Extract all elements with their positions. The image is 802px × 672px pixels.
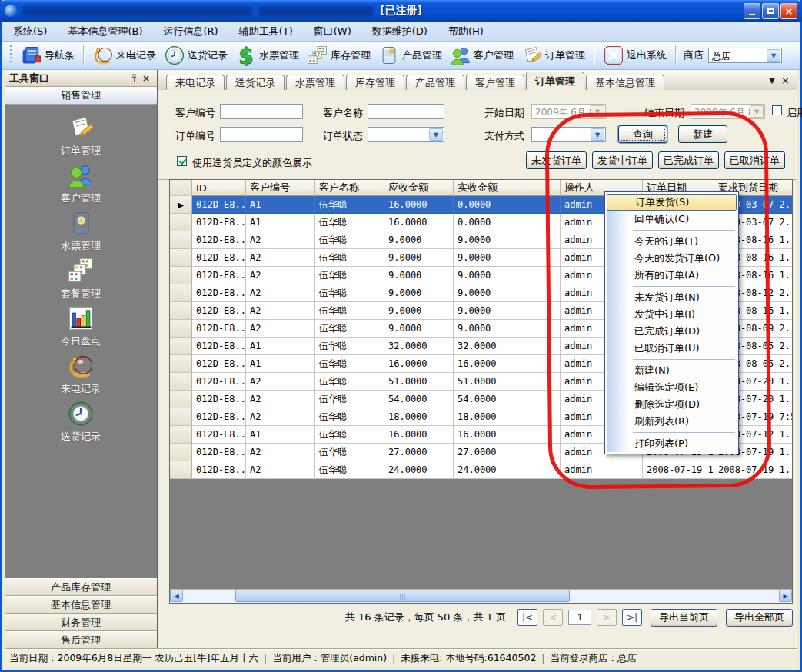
row-selector[interactable] <box>170 338 192 355</box>
toolbar-button-navigation-book[interactable]: 导航条 <box>17 43 78 68</box>
sidebar-group-sales[interactable]: 销售管理 <box>5 87 157 105</box>
toolbar-button-exit[interactable]: 退出系统 <box>599 43 671 68</box>
context-menu-item-17[interactable]: 打印列表(P) <box>607 435 737 452</box>
sidebar-item-6[interactable]: 送货记录 <box>5 400 157 447</box>
menubar-item-6[interactable]: 帮助(H) <box>448 25 484 38</box>
toolbar-button-customer[interactable]: 客户管理 <box>446 43 517 68</box>
table-row[interactable]: 012D-E8...A2伍华聪24.000024.0000admin2008-0… <box>170 461 792 479</box>
row-selector[interactable] <box>170 214 192 231</box>
menubar-item-4[interactable]: 窗口(W) <box>314 25 351 38</box>
scrollbar-thumb[interactable] <box>235 590 570 602</box>
last-page-button[interactable]: >| <box>622 609 642 626</box>
start-date-picker[interactable]: 2009年 6月 8日 ▼ <box>531 104 606 119</box>
row-selector[interactable] <box>170 373 192 391</box>
status-filter-button-3[interactable]: 已取消订单 <box>724 151 785 169</box>
menubar-item-3[interactable]: 辅助工具(T) <box>239 25 293 38</box>
sidebar-item-2[interactable]: 水票管理 <box>5 209 157 257</box>
row-selector[interactable]: ▶ <box>170 196 192 214</box>
row-selector[interactable] <box>170 284 192 302</box>
column-header-5[interactable]: 实收金额 <box>454 180 561 196</box>
menubar-item-0[interactable]: 系统(S) <box>13 25 47 38</box>
tab-5[interactable]: 客户管理 <box>466 75 524 90</box>
export-current-page-button[interactable]: 导出当前页 <box>651 609 717 627</box>
menubar-item-5[interactable]: 数据维护(D) <box>372 25 428 38</box>
close-tool-window-icon[interactable]: × <box>140 72 152 85</box>
maximize-button[interactable] <box>762 3 779 19</box>
tab-1[interactable]: 送货记录 <box>226 75 285 90</box>
toolbar-button-order[interactable]: 订单管理 <box>517 43 589 68</box>
pin-icon[interactable] <box>128 72 140 85</box>
status-filter-button-1[interactable]: 发货中订单 <box>592 151 653 169</box>
row-selector[interactable] <box>170 426 192 444</box>
query-button[interactable]: 查询 <box>618 125 667 143</box>
context-menu-item-3[interactable]: 今天的订单(T) <box>607 233 737 250</box>
enable-date-checkbox[interactable] <box>772 105 782 115</box>
column-header-3[interactable]: 客户名称 <box>315 180 384 196</box>
page-number-input[interactable] <box>568 610 591 625</box>
context-menu-item-10[interactable]: 已取消订单(U) <box>607 340 737 357</box>
context-menu-item-13[interactable]: 编辑选定项(E) <box>607 379 737 396</box>
sidebar-group-button-0[interactable]: 产品库存管理 <box>5 578 157 596</box>
context-menu-item-5[interactable]: 所有的订单(A) <box>607 267 737 284</box>
tab-4[interactable]: 产品管理 <box>406 75 464 90</box>
close-button[interactable]: × <box>780 3 797 19</box>
toolbar-button-inventory-grid[interactable]: 库存管理 <box>303 43 374 68</box>
sidebar-item-0[interactable]: 订单管理 <box>5 114 157 161</box>
new-button[interactable]: 新建 <box>678 125 727 143</box>
column-header-2[interactable]: 客户编号 <box>246 180 315 196</box>
column-header-4[interactable]: 应收金额 <box>384 180 454 196</box>
export-all-pages-button[interactable]: 导出全部页 <box>726 609 793 627</box>
first-page-button[interactable]: |< <box>517 609 537 626</box>
color-display-checkbox[interactable] <box>177 156 187 166</box>
tab-2[interactable]: 水票管理 <box>286 75 344 90</box>
customer-no-input[interactable] <box>220 104 303 119</box>
scroll-left-icon[interactable]: ◀ <box>170 590 183 602</box>
row-selector[interactable] <box>170 408 192 426</box>
context-menu-item-4[interactable]: 今天的发货订单(O) <box>607 250 737 267</box>
next-page-button[interactable]: > <box>597 609 617 626</box>
tab-list-dropdown-icon[interactable]: ▼ <box>769 75 775 85</box>
context-menu-item-7[interactable]: 未发货订单(N) <box>607 289 737 306</box>
order-status-select[interactable]: ▼ <box>368 127 444 142</box>
menubar-item-2[interactable]: 运行信息(R) <box>163 25 218 38</box>
menubar-item-1[interactable]: 基本信息管理(B) <box>68 25 142 38</box>
column-header-1[interactable]: ID <box>192 180 246 196</box>
row-selector[interactable] <box>170 444 192 461</box>
customer-name-input[interactable] <box>368 104 444 119</box>
row-selector[interactable] <box>170 355 192 373</box>
sidebar-group-button-3[interactable]: 售后管理 <box>5 631 157 649</box>
store-select[interactable]: 总店▼ <box>708 48 782 63</box>
horizontal-scrollbar[interactable]: ◀ ▶ <box>170 589 792 603</box>
context-menu-item-12[interactable]: 新建(N) <box>607 362 737 379</box>
sidebar-item-1[interactable]: 客户管理 <box>5 161 157 209</box>
context-menu-item-14[interactable]: 删除选定项(D) <box>607 396 737 413</box>
minimize-button[interactable] <box>744 3 760 19</box>
sidebar-group-button-2[interactable]: 财务管理 <box>5 614 157 631</box>
prev-page-button[interactable]: < <box>543 609 563 626</box>
tab-0[interactable]: 来电记录 <box>166 75 225 90</box>
toolbar-button-dollar[interactable]: 水票管理 <box>231 43 303 68</box>
status-filter-button-2[interactable]: 已完成订单 <box>658 151 719 169</box>
toolbar-button-incoming-call[interactable]: 来电记录 <box>88 43 160 68</box>
context-menu-item-1[interactable]: 回单确认(C) <box>607 211 737 228</box>
status-filter-button-0[interactable]: 未发货订单 <box>526 151 587 169</box>
sidebar-item-4[interactable]: 今日盘点 <box>5 304 157 352</box>
sidebar-item-5[interactable]: 来电记录 <box>5 352 157 400</box>
context-menu-item-15[interactable]: 刷新列表(R) <box>607 413 737 430</box>
context-menu-item-8[interactable]: 发货中订单(I) <box>607 306 737 323</box>
order-no-input[interactable] <box>220 127 303 142</box>
row-selector[interactable] <box>170 231 192 249</box>
toolbar-button-product[interactable]: 产品管理 <box>374 43 446 68</box>
tab-3[interactable]: 库存管理 <box>346 75 404 90</box>
tab-close-icon[interactable]: × <box>781 75 790 86</box>
row-selector[interactable] <box>170 391 192 408</box>
row-selector[interactable] <box>170 267 192 284</box>
row-selector[interactable] <box>170 249 192 267</box>
sidebar-item-3[interactable]: 套餐管理 <box>5 257 157 304</box>
pay-method-select[interactable]: ▼ <box>531 127 606 142</box>
sidebar-group-button-1[interactable]: 基本信息管理 <box>5 596 157 614</box>
row-selector[interactable] <box>170 461 192 479</box>
tab-7[interactable]: 基本信息管理 <box>586 75 664 90</box>
end-date-picker[interactable]: 2009年 6月 8日 ▼ <box>691 104 765 119</box>
scroll-right-icon[interactable]: ▶ <box>779 590 792 602</box>
